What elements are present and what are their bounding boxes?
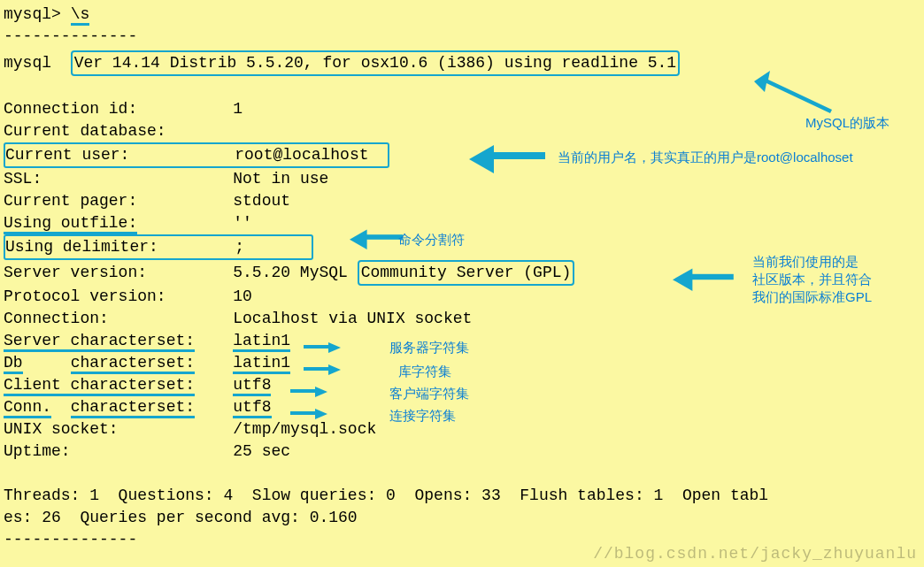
label-a: Conn. [4,398,51,418]
svg-marker-0 [754,71,832,113]
current-user-box: Current user: root@localhost [4,142,389,168]
command: \s [71,5,90,26]
annotation-server-cs: 服务器字符集 [389,336,469,358]
value: ; [235,238,244,256]
label: Uptime: [4,442,71,460]
value: 25 sec [233,442,290,460]
prompt-line: mysql> \s [4,4,920,26]
annotation-delimiter: 命令分割符 [398,228,465,250]
value: stdout [233,192,290,210]
label: UNIX socket: [4,420,119,438]
value: latin1 [233,354,290,374]
annotation-db-cs: 库字符集 [398,360,451,382]
row-connection: Connection: Localhost via UNIX socket [4,308,920,330]
stats-line-1: Threads: 1 Questions: 4 Slow queries: 0 … [4,485,920,507]
label: Connection id: [4,100,137,118]
row-ssl: SSL: Not in use [4,168,920,190]
value: 1 [233,100,243,118]
row-current-db: Current database: [4,120,920,142]
value: root@localhost [235,146,368,164]
label: Current pager: [4,192,137,210]
value: /tmp/mysql.sock [233,420,376,438]
annotation-version: MySQL的版本 [805,111,889,134]
blank-line-2 [4,463,920,485]
stats-line-2: es: 26 Queries per second avg: 0.160 [4,507,920,529]
value: 10 [233,287,252,305]
row-socket: UNIX socket: /tmp/mysql.sock [4,418,920,441]
annotation-client-cs: 客户端字符集 [389,382,469,404]
value: Localhost via UNIX socket [233,310,472,327]
delimiter-box: Using delimiter: ; [4,234,313,260]
value: latin1 [233,332,290,352]
version-box: Ver 14.14 Distrib 5.5.20, for osx10.6 (i… [71,50,681,76]
row-pager: Current pager: stdout [4,190,920,212]
value-prefix: 5.5.20 MySQL [233,264,348,281]
label-a: Db [4,354,23,374]
value: Not in use [233,170,328,188]
label: Client characterset: [4,376,195,396]
label: Protocol version: [4,287,166,305]
value: '' [233,214,252,232]
label: Using delimiter: [5,238,158,256]
row-uptime: Uptime: 25 sec [4,441,920,463]
prompt: mysql> [4,5,71,23]
value: utf8 [233,398,271,418]
label: Current database: [4,122,166,140]
label: Current user: [5,146,129,164]
arrow-version [743,71,841,115]
watermark: //blog.csdn.net/jacky_zhuyuanlu [593,543,917,565]
label: Server characterset: [4,332,195,352]
label-b: characterset: [71,398,195,418]
community-box: Community Server (GPL) [358,260,575,286]
label: Server version: [4,264,147,281]
label: SSL: [4,170,42,188]
label: Connection: [4,310,109,327]
annotation-community-3: 我们的国际标准GPL [752,286,872,308]
dash-line: -------------- [4,26,920,48]
value: utf8 [233,376,271,396]
annotation-user: 当前的用户名，其实真正的用户是root@localhoset [558,146,853,168]
annotation-conn-cs: 连接字符集 [389,404,456,426]
label: Using outfile: [4,214,137,234]
version-prefix: mysql [4,54,71,72]
label-b: characterset: [71,354,195,374]
